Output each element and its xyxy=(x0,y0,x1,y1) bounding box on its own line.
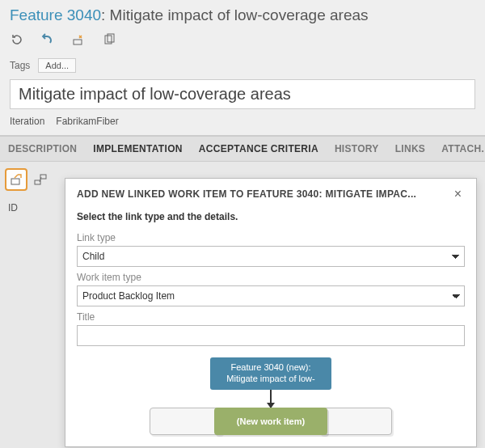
copy-icon[interactable] xyxy=(102,32,116,47)
link-diagram: Feature 3040 (new): Mitigate impact of l… xyxy=(77,357,465,435)
id-column-label: ID xyxy=(5,202,52,213)
iteration-label: Iteration xyxy=(10,116,44,127)
title-input[interactable] xyxy=(77,325,465,346)
tab-history[interactable]: HISTORY xyxy=(327,137,387,161)
diagram-sibling-right xyxy=(319,408,392,435)
tags-label: Tags xyxy=(10,60,30,71)
tab-links[interactable]: LINKS xyxy=(387,137,434,161)
toolbar xyxy=(0,27,485,55)
tab-acceptance-criteria[interactable]: ACCEPTANCE CRITERIA xyxy=(191,137,327,161)
undo-icon[interactable] xyxy=(40,32,55,47)
diagram-parent-node: Feature 3040 (new): Mitigate impact of l… xyxy=(210,357,331,390)
link-existing-icon[interactable] xyxy=(32,171,48,188)
tab-implementation[interactable]: IMPLEMENTATION xyxy=(85,137,190,161)
link-type-select[interactable]: Child xyxy=(77,246,465,267)
link-work-item-icon[interactable] xyxy=(71,32,86,47)
tab-attachments[interactable]: ATTACH... xyxy=(433,137,485,161)
title-label: Title xyxy=(77,311,465,323)
diagram-arrow-icon xyxy=(270,390,272,408)
diagram-sibling-left xyxy=(150,408,222,435)
diagram-new-item-node: (New work item) xyxy=(214,408,327,435)
add-tag-button[interactable]: Add... xyxy=(38,58,76,73)
work-item-type-select[interactable]: Product Backlog Item xyxy=(77,285,465,306)
new-linked-item-icon[interactable] xyxy=(5,168,27,191)
close-icon[interactable]: × xyxy=(451,187,465,201)
iteration-value[interactable]: FabrikamFiber xyxy=(56,116,118,127)
add-linked-work-item-dialog: ADD NEW LINKED WORK ITEM TO FEATURE 3040… xyxy=(65,178,477,447)
svg-rect-0 xyxy=(74,40,82,44)
svg-rect-3 xyxy=(11,179,19,184)
dialog-title: ADD NEW LINKED WORK ITEM TO FEATURE 3040… xyxy=(77,188,416,200)
refresh-icon[interactable] xyxy=(10,32,24,47)
feature-number: Feature 3040 xyxy=(10,6,101,23)
feature-title-rest: : Mitigate impact of low-coverage areas xyxy=(101,6,369,23)
link-type-label: Link type xyxy=(77,232,465,243)
work-item-heading: Feature 3040: Mitigate impact of low-cov… xyxy=(0,0,485,27)
work-item-title-input[interactable] xyxy=(10,79,475,109)
dialog-instruction: Select the link type and the details. xyxy=(77,211,465,222)
work-item-type-label: Work item type xyxy=(77,272,465,283)
tab-bar: DESCRIPTION IMPLEMENTATION ACCEPTANCE CR… xyxy=(0,136,485,162)
tab-description[interactable]: DESCRIPTION xyxy=(0,137,85,161)
